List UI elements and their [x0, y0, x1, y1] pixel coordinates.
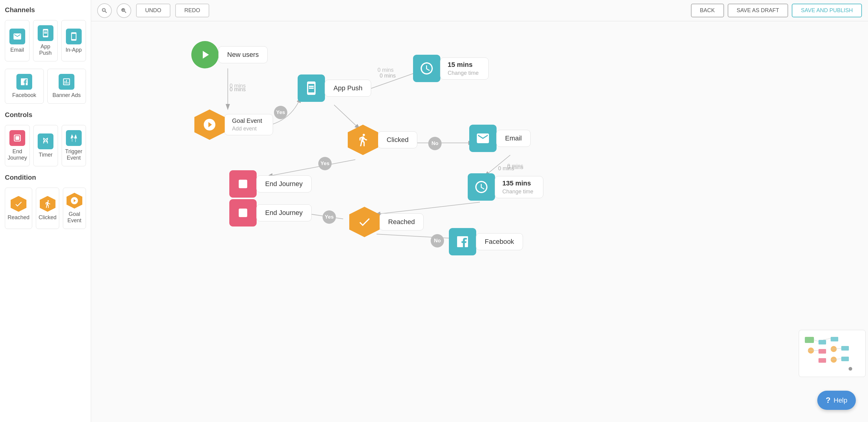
reached-hex[interactable] — [349, 207, 380, 237]
email-icon — [9, 29, 25, 45]
end-journey-1-red-node[interactable] — [229, 170, 257, 198]
clicked-label: Clicked — [38, 214, 57, 221]
timer1-change[interactable]: Change time — [448, 70, 481, 76]
svg-rect-1 — [16, 136, 20, 140]
end-journey-1-label-box[interactable]: End Journey — [256, 175, 312, 193]
facebook-teal-node[interactable] — [449, 228, 476, 255]
facebook-label: Facebook — [12, 92, 36, 99]
sidebar-item-banner-ads[interactable]: Banner Ads — [48, 69, 86, 104]
channels-title: Channels — [5, 6, 86, 14]
zoom-in-button[interactable] — [117, 3, 131, 18]
start-node[interactable] — [191, 41, 219, 68]
redo-button[interactable]: REDO — [175, 4, 209, 17]
start-node-group[interactable]: New users — [191, 41, 268, 68]
timer1-label-box[interactable]: 15 mins Change time — [440, 57, 489, 80]
channels-grid: Email App Push In-App — [5, 20, 86, 61]
goal-event-hex[interactable] — [194, 109, 225, 140]
end-journey-2-label-box[interactable]: End Journey — [256, 204, 312, 221]
canvas-area[interactable]: UNDO REDO BACK SAVE AS DRAFT SAVE AND PU… — [91, 0, 868, 422]
timer2-value: 135 mins — [502, 179, 536, 187]
goal-event-icon — [66, 193, 82, 208]
mini-preview[interactable] — [799, 330, 866, 377]
goal-event-label-box[interactable]: Goal Event Add event — [224, 114, 273, 135]
app-push-icon — [38, 25, 54, 41]
reached-icon — [11, 196, 26, 212]
svg-point-32 — [848, 367, 852, 371]
svg-line-28 — [823, 338, 831, 340]
conditions-grid: Reached Clicked Goal Event — [5, 188, 86, 229]
back-button[interactable]: BACK — [691, 4, 724, 17]
reached-label-box[interactable]: Reached — [379, 214, 424, 230]
clicked-node-group[interactable]: Clicked — [348, 125, 417, 155]
reached-node-group[interactable]: Reached — [349, 207, 424, 237]
email-node-group[interactable]: Email — [469, 125, 531, 152]
sidebar-item-facebook[interactable]: Facebook — [5, 69, 44, 104]
zoom-out-button[interactable] — [97, 3, 112, 18]
clicked-icon — [40, 196, 56, 212]
no-connector-1: No — [428, 137, 442, 150]
goal-event-title: Goal Event — [232, 117, 266, 124]
timer2-label-box[interactable]: 135 mins Change time — [495, 176, 543, 198]
sidebar-item-clicked[interactable]: Clicked — [36, 188, 59, 229]
svg-rect-16 — [239, 208, 247, 217]
timer-icon — [38, 134, 54, 149]
sidebar-item-in-app[interactable]: In-App — [61, 20, 86, 61]
yes-connector-3: Yes — [322, 210, 336, 224]
help-button[interactable]: ? Help — [817, 391, 856, 410]
sidebar-item-email[interactable]: Email — [5, 20, 29, 61]
delay-0mins-2: 0 mins — [377, 67, 394, 73]
goal-event-sublabel: Add event — [232, 125, 266, 132]
toolbar-right: BACK SAVE AS DRAFT SAVE AND PUBLISH — [691, 4, 862, 17]
facebook-icon — [17, 74, 32, 90]
goal-event-node-group[interactable]: Goal Event Add event — [194, 109, 273, 140]
sidebar-item-trigger-event[interactable]: Trigger Event — [62, 125, 86, 166]
svg-rect-17 — [805, 337, 814, 343]
sidebar-item-goal-event[interactable]: Goal Event — [63, 188, 86, 229]
svg-line-27 — [814, 340, 818, 341]
end-journey-2-node-group[interactable]: End Journey — [229, 199, 312, 226]
app-push-teal-node[interactable] — [298, 75, 325, 102]
clicked-label-box[interactable]: Clicked — [378, 131, 417, 148]
controls-title: Controls — [5, 111, 86, 119]
timer2-change[interactable]: Change time — [502, 189, 536, 195]
timer1-teal-node[interactable] — [413, 55, 440, 82]
no-badge-2: No — [431, 234, 444, 248]
svg-rect-26 — [841, 357, 849, 361]
timer2-node-group[interactable]: 135 mins Change time — [468, 173, 543, 201]
condition-title: Condition — [5, 174, 86, 181]
banner-ads-icon — [59, 74, 74, 90]
canvas-content[interactable]: 0 mins 0 mins 0 mins — [91, 21, 868, 422]
delay-0mins-1: 0 mins — [229, 83, 246, 89]
yes-badge-3: Yes — [322, 210, 336, 224]
sidebar-item-reached[interactable]: Reached — [5, 188, 32, 229]
timer2-teal-node[interactable] — [468, 173, 495, 201]
end-journey-label: End Journey — [8, 148, 27, 161]
save-draft-button[interactable]: SAVE AS DRAFT — [728, 4, 788, 17]
sidebar-item-end-journey[interactable]: End Journey — [5, 125, 30, 166]
sidebar-item-timer[interactable]: Timer — [33, 125, 58, 166]
svg-rect-24 — [818, 358, 826, 363]
end-journey-2-red-node[interactable] — [229, 199, 257, 226]
banner-ads-label: Banner Ads — [53, 92, 81, 99]
app-push-label: App Push — [36, 44, 55, 56]
yes-badge-2: Yes — [318, 157, 332, 170]
sidebar-item-app-push[interactable]: App Push — [33, 20, 58, 61]
app-push-label-box[interactable]: App Push — [325, 80, 371, 97]
facebook-label-box[interactable]: Facebook — [476, 233, 523, 250]
end-journey-1-node-group[interactable]: End Journey — [229, 170, 312, 198]
yes-connector-1: Yes — [274, 106, 287, 119]
clicked-hex[interactable] — [348, 125, 378, 155]
email-label-box[interactable]: Email — [496, 130, 531, 147]
email-label: Email — [10, 47, 24, 53]
undo-button[interactable]: UNDO — [136, 4, 170, 17]
timer1-node-group[interactable]: 15 mins Change time — [413, 55, 489, 82]
app-push-node-group[interactable]: App Push — [298, 75, 371, 102]
svg-line-5 — [368, 72, 419, 90]
facebook-node-group[interactable]: Facebook — [449, 228, 523, 255]
save-publish-button[interactable]: SAVE AND PUBLISH — [792, 4, 862, 17]
svg-rect-23 — [841, 346, 849, 350]
svg-text:0 mins: 0 mins — [380, 73, 396, 79]
email-teal-node[interactable] — [469, 125, 497, 152]
help-label: Help — [834, 396, 847, 404]
trigger-event-icon — [66, 130, 82, 146]
